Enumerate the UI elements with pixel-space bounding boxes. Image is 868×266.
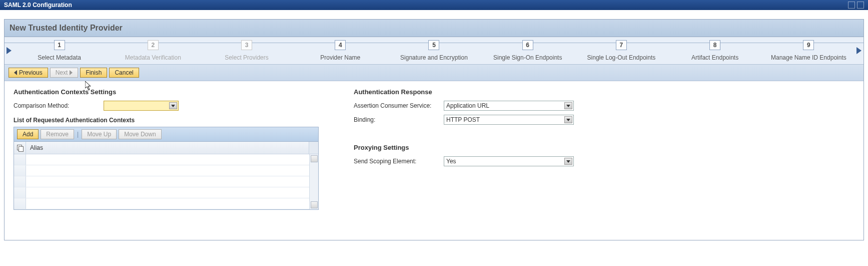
- acs-row: Assertion Consumer Service: Application …: [354, 101, 854, 111]
- comparison-method-select[interactable]: [104, 101, 179, 111]
- roadmap-end-arrow-icon: [856, 47, 861, 54]
- binding-value: HTTP POST: [446, 116, 480, 123]
- acs-select[interactable]: Application URL: [444, 101, 574, 111]
- chevron-down-icon: [564, 102, 572, 109]
- table-grid: Alias: [14, 142, 318, 209]
- right-column: Authentication Response Assertion Consum…: [354, 88, 854, 210]
- toolbar-separator: |: [76, 131, 80, 138]
- step-label: Provider Name: [294, 54, 387, 61]
- wizard-heading: New Trusted Identity Provider: [5, 20, 863, 37]
- chevron-down-icon: [169, 102, 177, 109]
- table-row[interactable]: [14, 176, 309, 187]
- step-1[interactable]: 1 Select Metadata: [13, 40, 106, 61]
- scroll-down-icon[interactable]: [311, 201, 318, 208]
- left-column: Authentication Contexts Settings Compari…: [14, 88, 324, 210]
- finish-label: Finish: [86, 69, 102, 76]
- step-number: 5: [428, 40, 439, 50]
- binding-label: Binding:: [354, 116, 444, 123]
- table-row[interactable]: [14, 154, 309, 165]
- step-number: 9: [803, 40, 814, 50]
- wizard-roadmap: 1 Select Metadata 2 Metadata Verificatio…: [5, 37, 863, 65]
- next-button[interactable]: Next: [50, 68, 79, 78]
- step-label: Signature and Encryption: [387, 54, 481, 61]
- add-button[interactable]: Add: [17, 129, 39, 139]
- scoping-row: Send Scoping Element: Yes: [354, 156, 854, 166]
- step-8[interactable]: 8 Artifact Endpoints: [668, 40, 762, 61]
- alias-column-header[interactable]: Alias: [26, 142, 309, 154]
- step-2[interactable]: 2 Metadata Verification: [106, 40, 200, 61]
- auth-contexts-heading: Authentication Contexts Settings: [14, 88, 324, 96]
- step-number: 6: [522, 40, 533, 50]
- window-controls: [848, 2, 864, 9]
- step-number: 3: [241, 40, 252, 50]
- auth-contexts-table: Add Remove | Move Up Move Down Alias: [14, 127, 319, 210]
- step-label: Metadata Verification: [106, 54, 200, 61]
- table-row[interactable]: [14, 198, 309, 209]
- arrow-right-icon: [70, 70, 73, 75]
- step-number: 7: [616, 40, 627, 50]
- cancel-button[interactable]: Cancel: [109, 68, 139, 78]
- work-area: New Trusted Identity Provider 1 Select M…: [4, 19, 864, 240]
- step-label: Manage Name ID Endpoints: [762, 54, 855, 61]
- step-label: Single Sign-On Endpoints: [481, 54, 574, 61]
- table-toolbar: Add Remove | Move Up Move Down: [14, 127, 318, 142]
- step-4[interactable]: 4 Provider Name: [294, 40, 387, 61]
- acs-label: Assertion Consumer Service:: [354, 102, 444, 109]
- step-number: 4: [335, 40, 346, 50]
- step-label: Single Log-Out Endpoints: [574, 54, 668, 61]
- window-button-2[interactable]: [857, 2, 864, 9]
- scoping-select[interactable]: Yes: [444, 156, 574, 166]
- step-number: 2: [148, 40, 159, 50]
- comparison-method-row: Comparison Method:: [14, 101, 324, 111]
- table-header-row: Alias: [14, 142, 318, 154]
- step-label: Select Providers: [200, 54, 293, 61]
- titlebar: SAML 2.0 Configuration: [0, 0, 868, 10]
- vertical-scrollbar[interactable]: [309, 154, 318, 209]
- scoping-value: Yes: [446, 158, 456, 165]
- binding-select[interactable]: HTTP POST: [444, 115, 574, 125]
- roadmap-start-arrow-icon: [7, 47, 12, 54]
- remove-button[interactable]: Remove: [41, 129, 74, 139]
- step-3[interactable]: 3 Select Providers: [200, 40, 293, 61]
- list-auth-contexts-heading: List of Requested Authentication Context…: [14, 117, 324, 124]
- arrow-left-icon: [14, 70, 17, 75]
- cancel-label: Cancel: [115, 69, 133, 76]
- comparison-method-label: Comparison Method:: [14, 102, 104, 109]
- table-row[interactable]: [14, 187, 309, 198]
- scoping-label: Send Scoping Element:: [354, 158, 444, 165]
- step-6[interactable]: 6 Single Sign-On Endpoints: [481, 40, 574, 61]
- table-row[interactable]: [14, 165, 309, 176]
- step-7[interactable]: 7 Single Log-Out Endpoints: [574, 40, 668, 61]
- move-down-button[interactable]: Move Down: [119, 129, 161, 139]
- previous-button[interactable]: Previous: [9, 68, 48, 78]
- auth-response-heading: Authentication Response: [354, 88, 854, 96]
- content-area: Authentication Contexts Settings Compari…: [5, 81, 863, 240]
- step-label: Select Metadata: [13, 54, 106, 61]
- previous-label: Previous: [19, 69, 43, 76]
- wizard-nav-bar: Previous Next Finish Cancel: [5, 65, 863, 81]
- app-title: SAML 2.0 Configuration: [4, 2, 72, 9]
- next-label: Next: [56, 69, 68, 76]
- move-up-button[interactable]: Move Up: [82, 129, 117, 139]
- step-9[interactable]: 9 Manage Name ID Endpoints: [762, 40, 855, 61]
- finish-button[interactable]: Finish: [80, 68, 107, 78]
- chevron-down-icon: [564, 116, 572, 123]
- acs-value: Application URL: [446, 102, 489, 109]
- step-5[interactable]: 5 Signature and Encryption: [387, 40, 481, 61]
- window-button-1[interactable]: [848, 2, 855, 9]
- proxying-heading: Proxying Settings: [354, 144, 854, 151]
- step-number: 1: [54, 40, 65, 50]
- copy-icon: [17, 145, 23, 151]
- scroll-up-icon[interactable]: [311, 155, 318, 162]
- select-all-cell[interactable]: [14, 142, 26, 154]
- step-label: Artifact Endpoints: [668, 54, 762, 61]
- chevron-down-icon: [564, 158, 572, 165]
- step-number: 8: [709, 40, 720, 50]
- binding-row: Binding: HTTP POST: [354, 115, 854, 125]
